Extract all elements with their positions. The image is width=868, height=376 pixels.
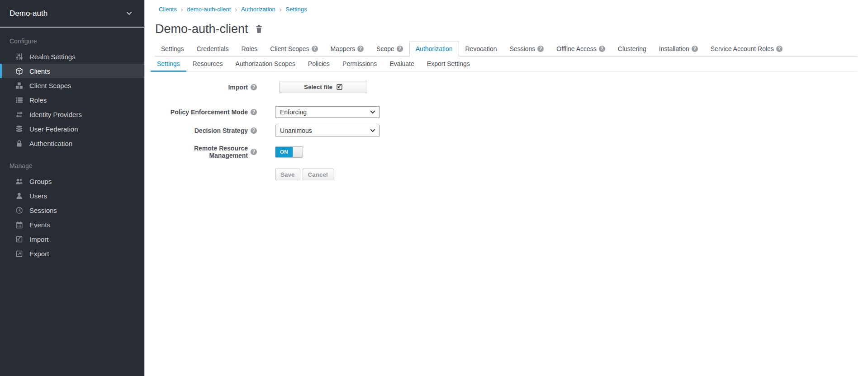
sidebar-item-realm-settings[interactable]: Realm Settings xyxy=(0,49,144,64)
select-chevron-icon xyxy=(370,129,375,132)
nav-section-label: Configure xyxy=(0,38,144,49)
tab-client-scopes-label: Client Scopes xyxy=(270,45,309,52)
breadcrumb-separator: › xyxy=(280,6,282,13)
sidebar-item-user-federation[interactable]: User Federation xyxy=(0,122,144,136)
sidebar-item-label: Client Scopes xyxy=(29,82,71,89)
help-icon[interactable]: ? xyxy=(251,127,257,134)
exchange-arrows-icon xyxy=(15,111,23,118)
tab-offline-access[interactable]: Offline Access? xyxy=(550,42,611,56)
sidebar-item-events[interactable]: Events xyxy=(0,217,144,232)
tab-offline-access-label: Offline Access xyxy=(556,45,596,52)
sidebar-item-import[interactable]: Import xyxy=(0,232,144,246)
save-button[interactable]: Save xyxy=(275,169,300,180)
sidebar-item-identity-providers[interactable]: Identity Providers xyxy=(0,107,144,122)
clock-icon xyxy=(15,207,23,214)
breadcrumb-link-clients[interactable]: Clients xyxy=(159,6,177,13)
tab-sessions[interactable]: Sessions? xyxy=(503,42,550,56)
realm-name: Demo-auth xyxy=(9,9,47,18)
policy-enforcement-mode-select[interactable]: Enforcing xyxy=(275,106,380,118)
subtab-policies[interactable]: Policies xyxy=(302,56,336,71)
tab-revocation-label: Revocation xyxy=(465,45,497,52)
tab-mappers[interactable]: Mappers? xyxy=(324,42,370,56)
help-icon[interactable]: ? xyxy=(251,84,257,90)
help-icon[interactable]: ? xyxy=(312,46,318,52)
breadcrumb-link-demo-auth-client[interactable]: demo-auth-client xyxy=(187,6,231,13)
cancel-button[interactable]: Cancel xyxy=(303,169,333,180)
tab-service-account-roles[interactable]: Service Account Roles? xyxy=(704,42,789,56)
help-icon[interactable]: ? xyxy=(599,46,605,52)
breadcrumb-link-settings[interactable]: Settings xyxy=(285,6,307,13)
help-icon[interactable]: ? xyxy=(251,149,257,155)
sidebar-item-roles[interactable]: Roles xyxy=(0,93,144,107)
subtab-evaluate[interactable]: Evaluate xyxy=(383,56,420,71)
sidebar-item-label: Realm Settings xyxy=(29,53,76,61)
cubes-icon xyxy=(15,82,23,89)
decision-strategy-select[interactable]: Unanimous xyxy=(275,125,380,136)
help-icon[interactable]: ? xyxy=(692,46,698,52)
subtab-permissions[interactable]: Permissions xyxy=(336,56,383,71)
remote-resource-management-label-text: Remote Resource Management xyxy=(155,145,248,159)
help-icon[interactable]: ? xyxy=(537,46,544,52)
nav-list: GroupsUsersSessionsEventsImportExport xyxy=(0,174,144,261)
sidebar-item-label: Export xyxy=(29,250,49,258)
toggle-handle[interactable] xyxy=(293,147,303,157)
nav-section: ConfigureRealm SettingsClientsClient Sco… xyxy=(0,38,144,150)
tab-credentials-label: Credentials xyxy=(197,45,229,52)
tab-scope[interactable]: Scope? xyxy=(370,42,409,56)
tab-clustering[interactable]: Clustering xyxy=(612,42,653,56)
remote-resource-management-row: Remote Resource Management ? ON xyxy=(155,145,857,159)
tab-service-account-roles-label: Service Account Roles xyxy=(711,45,774,52)
subtab-export-settings-label: Export Settings xyxy=(427,60,470,67)
tab-settings[interactable]: Settings xyxy=(155,42,190,56)
help-icon[interactable]: ? xyxy=(357,46,364,52)
remote-resource-management-toggle[interactable]: ON xyxy=(275,146,303,158)
select-file-button-label: Select file xyxy=(304,84,332,90)
subtab-resources[interactable]: Resources xyxy=(186,56,229,71)
export-icon xyxy=(15,250,23,258)
sidebar-item-client-scopes[interactable]: Client Scopes xyxy=(0,78,144,93)
tab-installation-label: Installation xyxy=(659,45,689,52)
trash-icon[interactable] xyxy=(255,24,263,33)
sidebar-item-label: User Federation xyxy=(29,125,78,133)
help-icon[interactable]: ? xyxy=(251,109,257,115)
subtab-settings[interactable]: Settings xyxy=(151,56,186,71)
help-icon[interactable]: ? xyxy=(397,46,403,52)
tab-clustering-label: Clustering xyxy=(618,45,646,52)
remote-resource-management-label: Remote Resource Management ? xyxy=(155,145,257,159)
decision-strategy-label-text: Decision Strategy xyxy=(194,127,248,134)
tab-authorization[interactable]: Authorization xyxy=(409,42,459,56)
chevron-down-icon xyxy=(126,10,133,17)
breadcrumb-separator: › xyxy=(235,6,237,13)
tab-installation[interactable]: Installation? xyxy=(653,42,704,56)
sidebar-item-users[interactable]: Users xyxy=(0,188,144,203)
tab-revocation[interactable]: Revocation xyxy=(459,42,503,56)
toggle-on-label: ON xyxy=(275,147,293,157)
tab-roles-label: Roles xyxy=(241,45,257,52)
realm-selector[interactable]: Demo-auth xyxy=(0,0,144,28)
subtab-export-settings[interactable]: Export Settings xyxy=(421,56,476,71)
sliders-icon xyxy=(15,53,23,61)
decision-strategy-label: Decision Strategy ? xyxy=(155,127,257,134)
sidebar-item-label: Clients xyxy=(29,67,50,75)
policy-enforcement-mode-value: Enforcing xyxy=(280,108,307,116)
select-file-button[interactable]: Select file xyxy=(280,81,367,93)
authorization-settings-form: Import ? Select file Policy Enforcement … xyxy=(155,81,857,180)
breadcrumb-link-authorization[interactable]: Authorization xyxy=(241,6,275,13)
sidebar-item-groups[interactable]: Groups xyxy=(0,174,144,188)
sidebar-item-label: Authentication xyxy=(29,140,72,147)
main-content: Clients›demo-auth-client›Authorization›S… xyxy=(145,0,868,376)
tab-settings-label: Settings xyxy=(161,45,184,52)
list-icon xyxy=(15,96,23,104)
tab-roles[interactable]: Roles xyxy=(235,42,264,56)
tab-credentials[interactable]: Credentials xyxy=(190,42,235,56)
tab-client-scopes[interactable]: Client Scopes? xyxy=(264,42,324,56)
sidebar-item-clients[interactable]: Clients xyxy=(0,64,144,78)
subtab-evaluate-label: Evaluate xyxy=(389,60,414,67)
sidebar-item-authentication[interactable]: Authentication xyxy=(0,136,144,150)
help-icon[interactable]: ? xyxy=(776,46,783,52)
policy-enforcement-mode-label-text: Policy Enforcement Mode xyxy=(171,108,248,116)
subtab-authorization-scopes[interactable]: Authorization Scopes xyxy=(229,56,302,71)
cube-icon xyxy=(15,67,23,75)
sidebar-item-export[interactable]: Export xyxy=(0,246,144,261)
sidebar-item-sessions[interactable]: Sessions xyxy=(0,203,144,217)
